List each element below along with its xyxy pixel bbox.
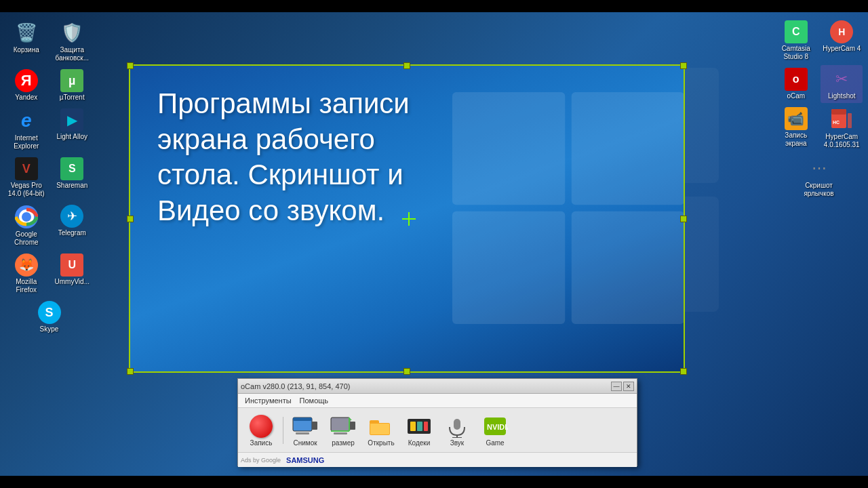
ocam-game-btn[interactable]: NVIDIA Game — [477, 412, 513, 448]
desktop-icon-firefox[interactable]: 🦊 Mozilla Firefox — [5, 251, 47, 297]
ocam-window-controls: — ✕ — [611, 382, 634, 391]
svg-text:HC: HC — [833, 120, 840, 125]
svg-rect-19 — [331, 418, 350, 431]
desktop-icon-zapisekrana[interactable]: 📹 Запись экрана — [775, 104, 817, 152]
svg-rect-17 — [312, 422, 317, 430]
svg-rect-18 — [296, 432, 309, 434]
ocam-open-label: Открыть — [368, 439, 394, 447]
desktop-icon-recycle[interactable]: 🗑️ Корзина — [5, 18, 47, 65]
ocam-resize-btn[interactable]: размер — [326, 412, 361, 448]
slide-content: Программы записи экрана рабочего стола. … — [130, 66, 684, 371]
ocam-snapshot-label: Снимок — [293, 439, 317, 447]
ocam-codecs-label: Кодеки — [408, 439, 431, 447]
ocam-close-btn[interactable]: ✕ — [623, 382, 634, 391]
svg-rect-12 — [572, 92, 684, 205]
ocam-open-btn[interactable]: Открыть — [363, 412, 399, 448]
svg-rect-32 — [454, 419, 460, 430]
desktop-icon-ie[interactable]: e Internet Explorer — [5, 106, 47, 153]
toolbar-divider-1 — [283, 417, 283, 444]
ocam-codecs-btn[interactable]: Кодеки — [401, 412, 437, 448]
desktop-icon-shareman[interactable]: S Shareman — [51, 155, 93, 201]
desktop-icon-ocam[interactable]: o oCam — [775, 65, 817, 103]
black-bar-bottom — [0, 476, 868, 488]
svg-rect-29 — [410, 422, 416, 431]
ocam-minimize-btn[interactable]: — — [611, 382, 622, 391]
ocam-menubar: Инструменты Помощь — [238, 394, 637, 408]
ocam-game-icon: NVIDIA — [481, 413, 509, 439]
desktop-icon-utorrent[interactable]: µ µTorrent — [51, 66, 93, 104]
desktop-icon-hypercam-file[interactable]: HC HyperCam 4.0.1605.31 — [821, 104, 863, 152]
ocam-sound-label: Звук — [450, 439, 465, 447]
ocam-menu-tools[interactable]: Инструменты — [241, 395, 296, 406]
svg-rect-27 — [370, 424, 389, 434]
desktop-icon-ummyvid[interactable]: U UmmyVid... — [51, 251, 93, 297]
black-bar-top — [0, 0, 868, 12]
desktop-icon-skype[interactable]: S Skype — [28, 298, 71, 336]
desktop-icons-right: C Camtasia Studio 8 H HyperCam 4 o oCam … — [770, 12, 868, 207]
svg-marker-23 — [349, 418, 352, 420]
ocam-record-btn[interactable]: Запись — [243, 412, 279, 448]
ocam-menu-help[interactable]: Помощь — [296, 395, 333, 406]
svg-rect-31 — [424, 422, 428, 431]
ocam-game-label: Game — [486, 439, 504, 447]
ocam-sound-btn[interactable]: Звук — [439, 412, 475, 448]
ocam-window[interactable]: oCam v280.0 (213, 91, 854, 470) — ✕ Инст… — [237, 378, 637, 466]
ocam-snapshot-btn[interactable]: Снимок — [288, 412, 323, 448]
ocam-sound-icon — [443, 413, 471, 439]
ocam-open-icon — [368, 413, 395, 439]
svg-rect-9 — [848, 113, 852, 128]
desktop-icon-camtasia[interactable]: C Camtasia Studio 8 — [775, 18, 817, 64]
svg-point-6 — [22, 212, 31, 222]
slide-title-text: Программы записи экрана рабочего стола. … — [130, 66, 483, 249]
svg-rect-24 — [334, 432, 347, 434]
ocam-resize-icon — [330, 413, 357, 439]
desktop-icon-chrome[interactable]: Google Chrome — [5, 202, 47, 249]
desktop-icon-yandex[interactable]: Я Yandex — [5, 66, 47, 104]
ocam-toolbar: Запись Снимок — [238, 408, 637, 452]
svg-rect-8 — [831, 109, 846, 115]
desktop-icons-left: 🗑️ Корзина 🛡️ Защита банковск... Я Yande… — [0, 12, 98, 343]
ocam-record-icon — [248, 413, 275, 439]
svg-rect-14 — [572, 211, 684, 324]
ocam-record-label: Запись — [250, 439, 273, 447]
ocam-codecs-icon — [406, 413, 433, 439]
ocam-titlebar[interactable]: oCam v280.0 (213, 91, 854, 470) — ✕ — [238, 379, 637, 394]
desktop: 🗑️ Корзина 🛡️ Защита банковск... Я Yande… — [0, 0, 868, 488]
desktop-icon-zashhita[interactable]: 🛡️ Защита банковск... — [51, 18, 93, 65]
svg-text:NVIDIA: NVIDIA — [487, 423, 508, 431]
ocam-snapshot-icon — [292, 413, 319, 439]
desktop-icon-vegas[interactable]: V Vegas Pro 14.0 (64-bit) — [5, 155, 47, 201]
desktop-icon-skrin-yarlychkov[interactable]: ⋯ Скришот ярлычков — [798, 153, 840, 201]
desktop-icon-hypercam4[interactable]: H HyperCam 4 — [821, 18, 863, 64]
ocam-window-title: oCam v280.0 (213, 91, 854, 470) — [241, 382, 350, 390]
ocam-ad-banner: Ads by Google SAMSUNG — [238, 452, 637, 467]
svg-rect-30 — [417, 422, 422, 431]
svg-rect-16 — [293, 418, 312, 421]
desktop-icon-lightshot[interactable]: ✂ Lightshot — [821, 65, 863, 103]
svg-rect-20 — [350, 422, 355, 430]
desktop-icon-lightalloy[interactable]: ▶ Light Alloy — [51, 106, 93, 153]
ocam-resize-label: размер — [332, 439, 355, 447]
desktop-icon-telegram[interactable]: ✈ Telegram — [51, 202, 93, 249]
